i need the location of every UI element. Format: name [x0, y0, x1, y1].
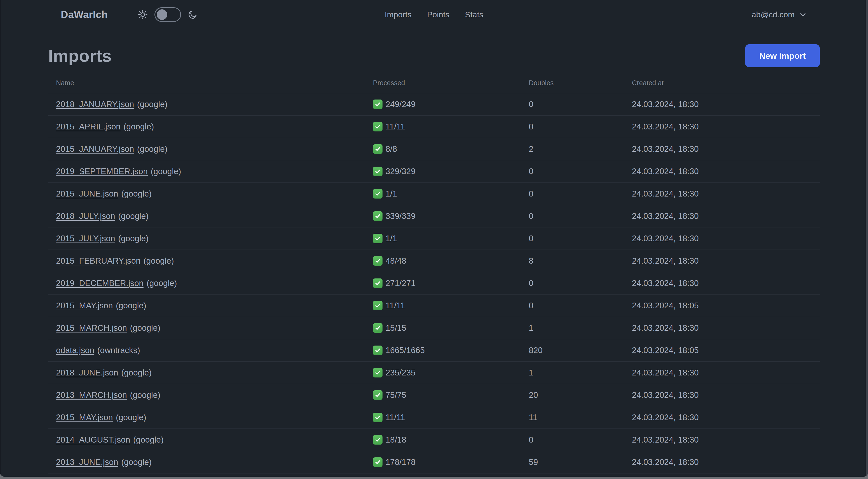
table-row: 2019_SEPTEMBER.json (google) 329/329 0: [48, 160, 820, 182]
import-source: (google): [144, 256, 174, 266]
processed-count: 178/178: [385, 457, 415, 467]
processed-cell: 11/11: [373, 413, 529, 422]
import-name-cell: 2015_MARCH.json (google): [56, 323, 373, 333]
import-file-link[interactable]: 2015_APRIL.json: [56, 122, 121, 131]
import-name-cell: 2015_JANUARY.json (google): [56, 144, 373, 154]
user-menu[interactable]: ab@cd.com: [752, 10, 807, 19]
theme-switch-knob: [157, 9, 167, 20]
import-file-link[interactable]: 2018_JUNE.json: [56, 368, 118, 378]
import-source: (google): [130, 323, 160, 333]
user-email: ab@cd.com: [752, 10, 795, 19]
import-name-cell: 2013_MARCH.json (google): [56, 390, 373, 400]
import-file-link[interactable]: 2019_SEPTEMBER.json: [56, 167, 148, 176]
import-file-link[interactable]: 2015_JULY.json: [56, 234, 115, 243]
import-file-link[interactable]: 2018_JULY.json: [56, 211, 115, 221]
doubles-cell: 20: [529, 390, 632, 400]
doubles-cell: 1: [529, 368, 632, 378]
processed-count: 1/1: [385, 189, 397, 199]
import-file-link[interactable]: 2013_JUNE.json: [56, 457, 118, 467]
check-icon: [373, 435, 382, 445]
processed-cell: 178/178: [373, 457, 529, 467]
imports-page: Imports New import Name Processed Double…: [0, 43, 868, 477]
import-file-link[interactable]: 2015_MAY.json: [56, 301, 113, 310]
processed-count: 249/249: [385, 99, 415, 109]
processed-cell: 1665/1665: [373, 346, 529, 355]
created-at-cell: 24.03.2024, 18:30: [632, 99, 820, 109]
created-at-cell: 24.03.2024, 18:30: [632, 390, 820, 400]
import-source: (google): [121, 189, 152, 199]
table-header-row: Name Processed Doubles Created at: [48, 73, 820, 93]
check-icon: [373, 122, 382, 131]
doubles-cell: 0: [529, 189, 632, 199]
import-name-cell: 2015_JULY.json (google): [56, 234, 373, 243]
processed-count: 235/235: [385, 368, 415, 378]
import-file-link[interactable]: 2015_JANUARY.json: [56, 144, 134, 154]
table-row: odata.json (owntracks) 1665/1665 820: [48, 339, 820, 361]
import-name-cell: 2018_JANUARY.json (google): [56, 99, 373, 109]
import-source: (google): [118, 234, 149, 243]
import-file-link[interactable]: 2014_AUGUST.json: [56, 435, 130, 445]
processed-cell: 235/235: [373, 368, 529, 378]
table-row: 2018_JANUARY.json (google) 249/249 0: [48, 93, 820, 115]
import-source: (google): [124, 122, 154, 131]
created-at-cell: 24.03.2024, 18:30: [632, 368, 820, 378]
chevron-down-icon: [799, 10, 807, 19]
created-at-cell: 24.03.2024, 18:05: [632, 346, 820, 355]
created-at-cell: 24.03.2024, 18:30: [632, 278, 820, 288]
page-header: Imports New import: [48, 43, 820, 69]
table-row: 2015_JANUARY.json (google) 8/8 2: [48, 138, 820, 160]
processed-cell: 249/249: [373, 99, 529, 109]
import-source: (google): [130, 390, 160, 400]
app-logo[interactable]: DaWarIch: [61, 9, 108, 20]
processed-cell: 18/18: [373, 435, 529, 445]
import-name-cell: odata.json (owntracks): [56, 346, 373, 355]
processed-cell: 48/48: [373, 256, 529, 266]
import-source: (google): [137, 99, 167, 109]
import-source: (owntracks): [97, 346, 140, 355]
import-name-cell: 2015_MAY.json (google): [56, 301, 373, 310]
processed-count: 1/1: [385, 234, 397, 243]
import-file-link[interactable]: 2013_MARCH.json: [56, 390, 127, 400]
nav-link-imports[interactable]: Imports: [385, 10, 412, 19]
import-name-cell: 2019_SEPTEMBER.json (google): [56, 167, 373, 176]
doubles-cell: 1: [529, 323, 632, 333]
import-file-link[interactable]: odata.json: [56, 346, 94, 355]
check-icon: [373, 256, 382, 266]
nav-link-stats[interactable]: Stats: [465, 10, 483, 19]
processed-cell: 329/329: [373, 167, 529, 176]
import-file-link[interactable]: 2015_MAY.json: [56, 413, 113, 422]
sun-icon: [137, 9, 148, 20]
import-source: (google): [133, 435, 163, 445]
created-at-cell: 24.03.2024, 18:05: [632, 301, 820, 310]
created-at-cell: 24.03.2024, 18:30: [632, 435, 820, 445]
created-at-cell: 24.03.2024, 18:30: [632, 256, 820, 266]
table-row: 2015_JUNE.json (google) 1/1 0: [48, 182, 820, 205]
import-name-cell: 2014_AUGUST.json (google): [56, 435, 373, 445]
import-file-link[interactable]: 2015_FEBRUARY.json: [56, 256, 141, 266]
import-file-link[interactable]: 2015_JUNE.json: [56, 189, 118, 199]
import-file-link[interactable]: 2018_JANUARY.json: [56, 99, 134, 109]
theme-switch[interactable]: [154, 7, 181, 22]
desktop-bottom-strip: [0, 477, 868, 479]
created-at-cell: 24.03.2024, 18:30: [632, 144, 820, 154]
new-import-button[interactable]: New import: [745, 44, 820, 67]
doubles-cell: 59: [529, 457, 632, 467]
processed-count: 11/11: [385, 122, 405, 131]
import-file-link[interactable]: 2019_DECEMBER.json: [56, 278, 144, 288]
column-header-processed: Processed: [373, 79, 529, 87]
nav-link-points[interactable]: Points: [427, 10, 449, 19]
doubles-cell: 0: [529, 435, 632, 445]
doubles-cell: 0: [529, 278, 632, 288]
check-icon: [373, 189, 382, 199]
processed-count: 48/48: [385, 256, 406, 266]
doubles-cell: 0: [529, 211, 632, 221]
scrollbar-gutter[interactable]: [866, 0, 868, 477]
theme-toggle-group: [137, 7, 198, 22]
processed-count: 329/329: [385, 167, 415, 176]
import-source: (google): [116, 413, 146, 422]
processed-count: 18/18: [385, 435, 406, 445]
check-icon: [373, 211, 382, 221]
import-name-cell: 2015_APRIL.json (google): [56, 122, 373, 131]
import-file-link[interactable]: 2015_MARCH.json: [56, 323, 127, 333]
processed-count: 11/11: [385, 301, 405, 310]
